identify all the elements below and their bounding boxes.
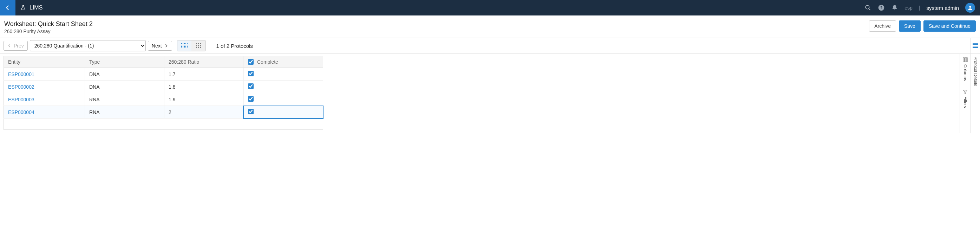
table-row[interactable]: ESP000001DNA1.7 <box>4 68 323 81</box>
page-subtitle: 260:280 Purity Assay <box>4 29 93 34</box>
grid-view-button[interactable] <box>177 40 191 51</box>
save-continue-button[interactable]: Save and Continue <box>923 21 976 32</box>
archive-button[interactable]: Archive <box>869 21 896 32</box>
col-header-type[interactable]: Type <box>85 56 164 68</box>
svg-rect-16 <box>183 46 183 47</box>
svg-rect-23 <box>186 48 186 48</box>
avatar[interactable] <box>965 3 975 13</box>
svg-rect-13 <box>186 45 186 45</box>
table-row[interactable]: ESP000002DNA1.8 <box>4 81 323 93</box>
menu-lines-icon[interactable] <box>973 43 978 49</box>
svg-rect-40 <box>966 58 967 62</box>
table-row[interactable]: ESP000004RNA2 <box>4 106 323 118</box>
ratio-cell[interactable]: 1.9 <box>164 93 244 106</box>
prev-label: Prev <box>14 43 24 48</box>
svg-rect-22 <box>184 48 185 48</box>
filter-icon <box>963 90 968 94</box>
ratio-cell[interactable]: 1.7 <box>164 68 244 81</box>
complete-cell[interactable] <box>243 81 323 93</box>
filters-panel-toggle[interactable]: Filters <box>963 90 968 108</box>
complete-cell[interactable] <box>243 106 323 118</box>
protocol-details-label: Protocol Details <box>973 57 978 86</box>
type-cell: DNA <box>85 81 164 93</box>
columns-icon <box>963 58 968 62</box>
complete-all-checkbox[interactable] <box>248 59 254 65</box>
brand-text: LIMS <box>30 5 43 11</box>
next-label: Next <box>152 43 162 48</box>
type-cell: RNA <box>85 106 164 118</box>
complete-cell[interactable] <box>243 93 323 106</box>
ratio-cell[interactable]: 1.8 <box>164 81 244 93</box>
topbar: LIMS ? esp | system admin <box>0 0 980 16</box>
svg-rect-38 <box>963 58 964 62</box>
svg-rect-26 <box>198 43 199 44</box>
complete-checkbox[interactable] <box>248 71 254 76</box>
chevron-left-icon <box>5 5 11 11</box>
save-button[interactable]: Save <box>899 21 921 32</box>
entity-link[interactable]: ESP000004 <box>8 109 34 115</box>
svg-rect-7 <box>184 43 185 44</box>
complete-cell[interactable] <box>243 68 323 81</box>
back-button[interactable] <box>0 0 16 16</box>
col-header-ratio[interactable]: 260:280 Ratio <box>164 56 244 68</box>
protocol-select[interactable]: 260:280 Quantification - (1) <box>30 40 146 51</box>
view-toggle <box>177 40 206 51</box>
next-button[interactable]: Next <box>148 41 172 51</box>
columns-label: Columns <box>963 64 968 81</box>
sidepanel-protocol-details[interactable]: Protocol Details <box>970 54 980 133</box>
sidepanel-table-tools: Columns Filters <box>959 54 970 133</box>
entity-link[interactable]: ESP000001 <box>8 72 34 77</box>
grid-sparse-button[interactable] <box>191 40 205 51</box>
svg-rect-29 <box>198 45 199 46</box>
ratio-cell[interactable]: 2 <box>164 106 244 118</box>
svg-rect-14 <box>187 45 188 45</box>
entity-link[interactable]: ESP000002 <box>8 84 34 90</box>
chevron-right-icon <box>164 44 168 48</box>
complete-checkbox[interactable] <box>248 109 254 114</box>
complete-header-label: Complete <box>257 59 278 65</box>
svg-text:?: ? <box>880 5 883 10</box>
user-name[interactable]: system admin <box>926 5 959 11</box>
type-cell: RNA <box>85 93 164 106</box>
svg-rect-8 <box>186 43 186 44</box>
col-header-complete[interactable]: Complete <box>243 56 323 68</box>
topbar-actions: ? esp | system admin <box>864 3 980 13</box>
col-header-entity[interactable]: Entity <box>4 56 85 68</box>
svg-rect-9 <box>187 43 188 44</box>
svg-rect-21 <box>183 48 183 48</box>
svg-rect-5 <box>181 43 182 44</box>
svg-rect-6 <box>183 43 183 44</box>
prev-button[interactable]: Prev <box>3 41 28 51</box>
entity-link[interactable]: ESP000003 <box>8 97 34 102</box>
table-area: Entity Type 260:280 Ratio Complete ESP00… <box>0 54 959 133</box>
grid-sparse-icon <box>196 43 201 48</box>
svg-rect-10 <box>181 45 182 45</box>
header-row: Worksheet: Quick Start Sheet 2 260:280 P… <box>0 16 980 38</box>
svg-rect-12 <box>184 45 185 45</box>
brand: LIMS <box>16 5 48 11</box>
help-icon[interactable]: ? <box>878 4 885 11</box>
person-icon <box>967 5 973 11</box>
svg-rect-27 <box>200 43 201 44</box>
svg-rect-25 <box>196 43 197 44</box>
svg-rect-18 <box>186 46 186 47</box>
complete-checkbox[interactable] <box>248 83 254 89</box>
svg-rect-33 <box>200 47 201 48</box>
flask-icon <box>21 5 26 11</box>
bell-icon[interactable] <box>891 4 898 11</box>
protocol-count: 1 of 2 Protocols <box>216 43 253 49</box>
table-row[interactable]: ESP000003RNA1.9 <box>4 93 323 106</box>
data-table: Entity Type 260:280 Ratio Complete ESP00… <box>3 56 323 130</box>
svg-line-1 <box>869 9 870 10</box>
grid-dense-icon <box>181 43 188 48</box>
columns-panel-toggle[interactable]: Columns <box>963 58 968 81</box>
search-icon[interactable] <box>864 4 872 11</box>
complete-checkbox[interactable] <box>248 96 254 102</box>
svg-rect-24 <box>187 48 188 48</box>
svg-rect-19 <box>187 46 188 47</box>
user-scope: esp <box>904 5 913 11</box>
toolbar: Prev 260:280 Quantification - (1) Next 1… <box>0 38 970 54</box>
svg-point-0 <box>866 5 870 9</box>
filters-label: Filters <box>963 96 968 108</box>
page-title: Worksheet: Quick Start Sheet 2 <box>4 21 93 28</box>
